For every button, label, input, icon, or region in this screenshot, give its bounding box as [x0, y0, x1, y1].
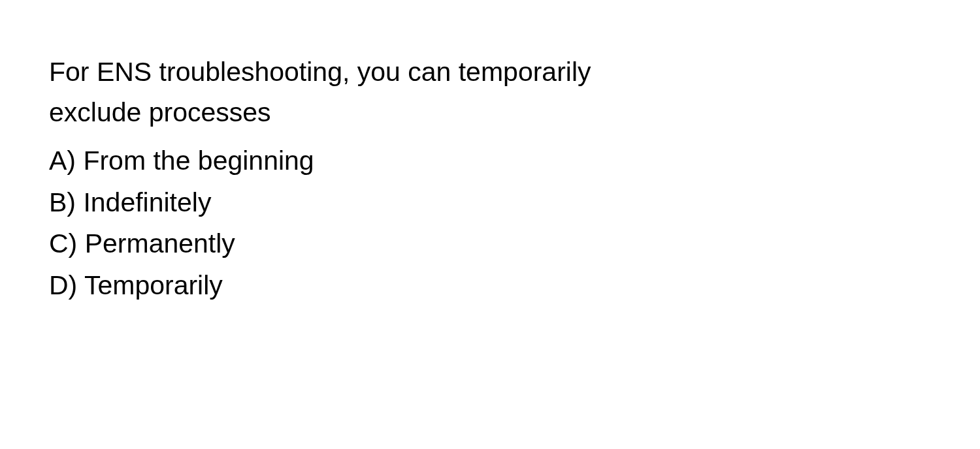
option-a-label: A): [49, 146, 76, 176]
option-b: B) Indefinitely: [49, 182, 637, 224]
option-c: C) Permanently: [49, 223, 637, 265]
option-b-label: B): [49, 187, 76, 217]
question-text: For ENS troubleshooting, you can tempora…: [49, 52, 637, 132]
option-a-text: From the beginning: [83, 146, 314, 176]
question-container: For ENS troubleshooting, you can tempora…: [49, 52, 637, 306]
option-c-label: C): [49, 228, 77, 258]
option-c-text: Permanently: [85, 228, 235, 258]
option-d-text: Temporarily: [84, 270, 223, 300]
option-d-label: D): [49, 270, 77, 300]
option-a: A) From the beginning: [49, 140, 637, 182]
option-b-text: Indefinitely: [83, 187, 211, 217]
option-d: D) Temporarily: [49, 265, 637, 307]
